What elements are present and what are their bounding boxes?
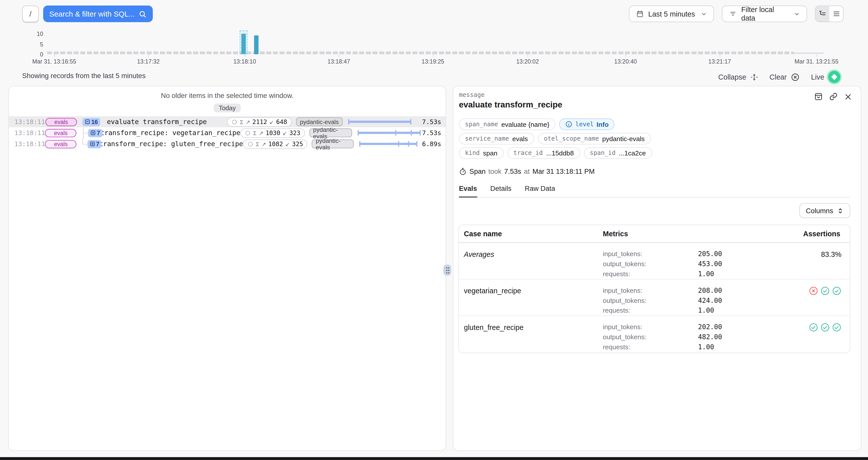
assertion-pass-icon: [809, 323, 818, 332]
copy-link-icon[interactable]: [829, 92, 838, 101]
coin-icon: [231, 119, 238, 125]
summary-took-word: took: [488, 168, 501, 175]
detail-title: evaluate transform_recipe: [459, 100, 562, 109]
collapse-icon: [750, 73, 758, 81]
status-actions: Collapse Clear Live: [718, 71, 840, 83]
duration-text: 7.53s: [416, 129, 446, 137]
tree-view-toggle[interactable]: [815, 6, 829, 22]
evals-tag-label: evals: [55, 119, 68, 125]
x-axis-tick: [528, 54, 528, 57]
x-axis-tick: [149, 54, 149, 57]
attr-level[interactable]: level Info: [559, 119, 615, 130]
trace-row-root[interactable]: 13:18:11 evals 16 evaluate transform_rec…: [9, 116, 445, 127]
slash-shortcut-key[interactable]: /: [22, 5, 39, 22]
metric-label: requests:: [603, 306, 698, 315]
scope-tag[interactable]: pydantic-evals: [309, 128, 352, 137]
open-in-panel-icon[interactable]: [814, 92, 823, 101]
tab-evals[interactable]: Evals: [459, 185, 477, 198]
tree-connector: [82, 138, 83, 144]
input-tokens: 1082: [268, 140, 283, 147]
attribute-row-3: kind span trace_id ...15ddb8 span_id ...…: [459, 147, 652, 159]
span-duration-summary: Span took 7.53s at Mar 31 13:18:11 PM: [459, 168, 594, 175]
scope-tag[interactable]: pydantic-evals: [296, 117, 343, 126]
trace-row-child[interactable]: 13:18:11 evals 7 transform_recipe: veget…: [9, 127, 445, 138]
live-label: Live: [811, 73, 824, 81]
attr-value: ...1ca2ce: [619, 149, 646, 157]
summary-duration: 7.53s: [504, 168, 521, 175]
tab-details[interactable]: Details: [490, 185, 512, 197]
attr-value: evaluate {name}: [501, 120, 549, 128]
histogram-live-edge-line: [794, 53, 824, 54]
arrow-up-right-icon: ↗: [259, 130, 263, 136]
panel-resize-handle[interactable]: [443, 265, 451, 276]
token-metrics-pill: Σ ↗ 1030 ↙ 323: [240, 128, 305, 137]
metric-value: 208.00: [698, 287, 722, 295]
collapse-children-badge[interactable]: 16: [82, 118, 100, 126]
summary-timestamp: Mar 31 13:18:11 PM: [532, 168, 595, 175]
timeline-histogram: 10 5 0 Mar 31. 13:16:55 13:17:32 13:18:1…: [0, 27, 868, 67]
attr-kind[interactable]: kind span: [459, 147, 503, 159]
collapse-button[interactable]: Collapse: [718, 73, 758, 81]
level-key: level: [576, 121, 594, 128]
time-range-dropdown[interactable]: Last 5 minutes: [629, 5, 714, 22]
evals-table: Case name Metrics Assertions Averages in…: [458, 225, 850, 353]
span-detail-panel: message evaluate transform_recipe: [453, 86, 862, 451]
live-toggle[interactable]: Live: [811, 71, 840, 83]
app-window: / Search & filter with SQL... Last 5 min…: [0, 0, 868, 460]
x-axis-tick: [719, 54, 720, 57]
attr-service-name[interactable]: service_name evals: [459, 133, 534, 144]
table-row-vegetarian-recipe: vegetarian_recipe input_tokens:208.00 ou…: [459, 280, 850, 316]
expand-children-badge[interactable]: 7: [88, 129, 102, 137]
columns-button[interactable]: Columns: [799, 203, 850, 218]
record-kind-label: message: [459, 91, 485, 99]
attr-otel-scope-name[interactable]: otel_scope_name pydantic-evals: [538, 133, 651, 144]
filter-content: Filter local data: [729, 5, 789, 22]
attr-trace-id[interactable]: trace_id ...15ddb8: [507, 147, 580, 159]
search-button[interactable]: Search & filter with SQL...: [43, 5, 153, 22]
attr-value: span: [483, 149, 497, 157]
date-separator-badge: Today: [214, 103, 241, 112]
attr-key: service_name: [465, 135, 509, 142]
span-duration-bar: [348, 119, 413, 125]
output-tokens: 323: [289, 129, 300, 137]
x-axis-label: Mar 31. 13:16:55: [32, 58, 76, 65]
histogram-bar[interactable]: [254, 35, 259, 54]
list-view-toggle[interactable]: [829, 6, 843, 22]
case-name: Averages: [459, 243, 603, 279]
clear-circle-x-icon: [790, 72, 800, 81]
metric-label: output_tokens:: [603, 260, 698, 268]
attr-span-name[interactable]: span_name evaluate {name}: [459, 119, 555, 130]
top-right-controls: Last 5 minutes Filter local data: [629, 5, 844, 22]
tab-raw-data[interactable]: Raw Data: [525, 185, 555, 197]
attr-span-id[interactable]: span_id ...1ca2ce: [584, 147, 652, 159]
trace-list-panel: No older items in the selected time wind…: [8, 86, 446, 451]
table-row-gluten-free-recipe: gluten_free_recipe input_tokens:202.00 o…: [459, 316, 850, 353]
span-duration-bar: [358, 130, 416, 136]
evals-tag-pill[interactable]: evals: [45, 118, 77, 126]
level-value: Info: [596, 120, 609, 128]
metric-label: input_tokens:: [603, 323, 698, 331]
trace-row-child[interactable]: 13:18:11 evals 7 transform_recipe: glute…: [9, 138, 445, 150]
header-assertions: Assertions: [747, 230, 850, 238]
expand-children-badge[interactable]: 7: [87, 140, 101, 148]
x-axis-tick: [339, 54, 339, 57]
filter-local-data-dropdown[interactable]: Filter local data: [722, 5, 807, 22]
x-axis-label: 13:17:32: [137, 58, 160, 65]
assertion-pass-icon: [832, 286, 841, 296]
status-row: Showing records from the last 5 minutes …: [0, 71, 868, 83]
attr-key: otel_scope_name: [544, 135, 599, 142]
window-bottom-edge: [0, 457, 868, 460]
y-axis-tick-10: 10: [29, 30, 43, 37]
evals-tag-pill[interactable]: evals: [45, 140, 76, 148]
token-metrics-pill: Σ ↗ 1082 ↙ 325: [243, 139, 307, 149]
scope-tag[interactable]: pydantic-evals: [312, 139, 354, 148]
x-axis-label: 13:19:25: [422, 58, 444, 65]
summary-at-word: at: [524, 168, 530, 175]
sigma-icon: Σ: [253, 130, 257, 136]
evals-tag-pill[interactable]: evals: [45, 129, 76, 137]
x-axis-label: 13:18:47: [328, 58, 350, 65]
close-icon[interactable]: [844, 93, 852, 100]
span-name: transform_recipe: vegetarian_recipe: [100, 129, 240, 137]
child-count: 16: [91, 119, 98, 125]
clear-button[interactable]: Clear: [770, 72, 800, 81]
